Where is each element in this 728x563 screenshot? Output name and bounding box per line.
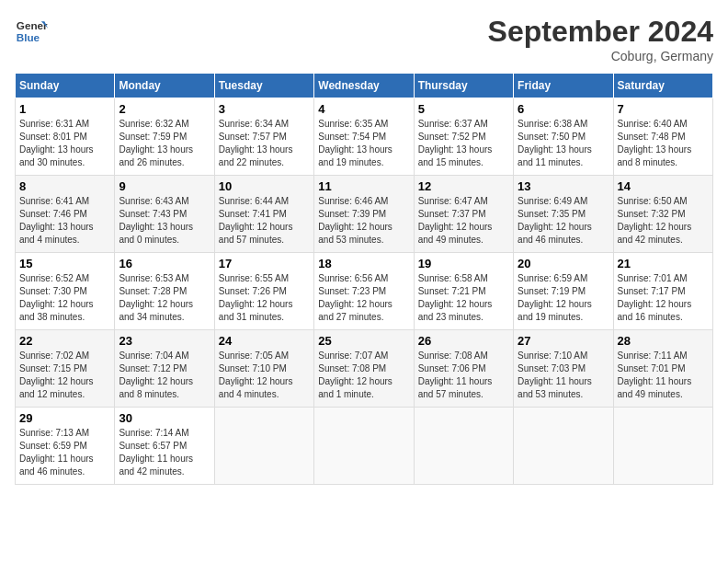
day-number: 8	[19, 179, 110, 193]
header-row: Sunday Monday Tuesday Wednesday Thursday…	[16, 74, 713, 98]
table-row: 11Sunrise: 6:46 AM Sunset: 7:39 PM Dayli…	[314, 176, 414, 253]
table-row: 10Sunrise: 6:44 AM Sunset: 7:41 PM Dayli…	[214, 176, 313, 253]
location-subtitle: Coburg, Germany	[488, 49, 713, 63]
day-number: 15	[19, 257, 110, 270]
day-number: 16	[119, 257, 210, 270]
table-row: 23Sunrise: 7:04 AM Sunset: 7:12 PM Dayli…	[115, 330, 214, 408]
day-info: Sunrise: 7:14 AM Sunset: 6:57 PM Dayligh…	[119, 427, 210, 478]
day-number: 5	[418, 102, 509, 116]
table-row: 30Sunrise: 7:14 AM Sunset: 6:57 PM Dayli…	[115, 408, 214, 485]
day-info: Sunrise: 6:47 AM Sunset: 7:37 PM Dayligh…	[418, 195, 509, 247]
table-row: 20Sunrise: 6:59 AM Sunset: 7:19 PM Dayli…	[514, 253, 613, 330]
day-number: 20	[518, 257, 609, 270]
table-row: 1Sunrise: 6:31 AM Sunset: 8:01 PM Daylig…	[16, 98, 115, 176]
day-info: Sunrise: 6:44 AM Sunset: 7:41 PM Dayligh…	[219, 195, 310, 247]
table-row: 25Sunrise: 7:07 AM Sunset: 7:08 PM Dayli…	[314, 330, 414, 408]
week-row-5: 29Sunrise: 7:13 AM Sunset: 6:59 PM Dayli…	[16, 408, 713, 485]
day-number: 2	[119, 102, 210, 116]
svg-text:Blue: Blue	[17, 31, 40, 43]
day-number: 25	[318, 334, 409, 348]
svg-text:General: General	[17, 19, 48, 31]
day-number: 21	[618, 257, 709, 270]
table-row: 26Sunrise: 7:08 AM Sunset: 7:06 PM Dayli…	[414, 330, 513, 408]
day-number: 6	[518, 102, 609, 116]
table-row	[414, 408, 513, 485]
week-row-4: 22Sunrise: 7:02 AM Sunset: 7:15 PM Dayli…	[16, 330, 713, 408]
day-info: Sunrise: 6:49 AM Sunset: 7:35 PM Dayligh…	[518, 195, 609, 247]
day-info: Sunrise: 6:56 AM Sunset: 7:23 PM Dayligh…	[318, 272, 409, 324]
table-row: 5Sunrise: 6:37 AM Sunset: 7:52 PM Daylig…	[414, 98, 513, 176]
logo-icon: General Blue	[15, 15, 48, 48]
day-info: Sunrise: 7:08 AM Sunset: 7:06 PM Dayligh…	[418, 350, 509, 401]
logo: General Blue	[15, 15, 48, 48]
day-info: Sunrise: 6:43 AM Sunset: 7:43 PM Dayligh…	[119, 195, 210, 247]
week-row-3: 15Sunrise: 6:52 AM Sunset: 7:30 PM Dayli…	[16, 253, 713, 330]
day-number: 11	[318, 179, 409, 193]
table-row: 24Sunrise: 7:05 AM Sunset: 7:10 PM Dayli…	[214, 330, 313, 408]
table-row: 16Sunrise: 6:53 AM Sunset: 7:28 PM Dayli…	[115, 253, 214, 330]
day-info: Sunrise: 6:59 AM Sunset: 7:19 PM Dayligh…	[518, 272, 609, 324]
table-row: 15Sunrise: 6:52 AM Sunset: 7:30 PM Dayli…	[16, 253, 115, 330]
day-info: Sunrise: 6:37 AM Sunset: 7:52 PM Dayligh…	[418, 118, 509, 169]
day-number: 23	[119, 334, 210, 348]
table-row: 19Sunrise: 6:58 AM Sunset: 7:21 PM Dayli…	[414, 253, 513, 330]
table-row: 21Sunrise: 7:01 AM Sunset: 7:17 PM Dayli…	[613, 253, 712, 330]
day-info: Sunrise: 6:58 AM Sunset: 7:21 PM Dayligh…	[418, 272, 509, 324]
week-row-1: 1Sunrise: 6:31 AM Sunset: 8:01 PM Daylig…	[16, 98, 713, 176]
day-number: 19	[418, 257, 509, 270]
day-number: 7	[618, 102, 709, 116]
day-info: Sunrise: 6:46 AM Sunset: 7:39 PM Dayligh…	[318, 195, 409, 247]
table-row: 28Sunrise: 7:11 AM Sunset: 7:01 PM Dayli…	[613, 330, 712, 408]
day-info: Sunrise: 7:05 AM Sunset: 7:10 PM Dayligh…	[219, 350, 310, 401]
table-row: 22Sunrise: 7:02 AM Sunset: 7:15 PM Dayli…	[16, 330, 115, 408]
day-number: 18	[318, 257, 409, 270]
day-info: Sunrise: 6:55 AM Sunset: 7:26 PM Dayligh…	[219, 272, 310, 324]
day-info: Sunrise: 7:07 AM Sunset: 7:08 PM Dayligh…	[318, 350, 409, 401]
day-number: 24	[219, 334, 310, 348]
col-saturday: Saturday	[613, 74, 712, 98]
col-friday: Friday	[514, 74, 613, 98]
table-row: 14Sunrise: 6:50 AM Sunset: 7:32 PM Dayli…	[613, 176, 712, 253]
table-row: 3Sunrise: 6:34 AM Sunset: 7:57 PM Daylig…	[214, 98, 313, 176]
month-year-title: September 2024	[488, 15, 713, 49]
title-block: September 2024 Coburg, Germany	[488, 15, 713, 63]
day-number: 30	[119, 411, 210, 425]
day-info: Sunrise: 6:35 AM Sunset: 7:54 PM Dayligh…	[318, 118, 409, 169]
day-info: Sunrise: 6:32 AM Sunset: 7:59 PM Dayligh…	[119, 118, 210, 169]
table-row: 12Sunrise: 6:47 AM Sunset: 7:37 PM Dayli…	[414, 176, 513, 253]
col-wednesday: Wednesday	[314, 74, 414, 98]
day-number: 28	[618, 334, 709, 348]
week-row-2: 8Sunrise: 6:41 AM Sunset: 7:46 PM Daylig…	[16, 176, 713, 253]
day-number: 22	[19, 334, 110, 348]
day-info: Sunrise: 6:50 AM Sunset: 7:32 PM Dayligh…	[618, 195, 709, 247]
table-row: 2Sunrise: 6:32 AM Sunset: 7:59 PM Daylig…	[115, 98, 214, 176]
table-row	[514, 408, 613, 485]
day-number: 17	[219, 257, 310, 270]
table-row: 29Sunrise: 7:13 AM Sunset: 6:59 PM Dayli…	[16, 408, 115, 485]
day-number: 14	[618, 179, 709, 193]
day-number: 9	[119, 179, 210, 193]
day-info: Sunrise: 7:11 AM Sunset: 7:01 PM Dayligh…	[618, 350, 709, 401]
day-info: Sunrise: 6:52 AM Sunset: 7:30 PM Dayligh…	[19, 272, 110, 324]
table-row: 17Sunrise: 6:55 AM Sunset: 7:26 PM Dayli…	[214, 253, 313, 330]
day-number: 1	[19, 102, 110, 116]
day-number: 12	[418, 179, 509, 193]
day-number: 13	[518, 179, 609, 193]
page-header: General Blue September 2024 Coburg, Germ…	[15, 15, 713, 63]
day-info: Sunrise: 7:10 AM Sunset: 7:03 PM Dayligh…	[518, 350, 609, 401]
col-monday: Monday	[115, 74, 214, 98]
day-info: Sunrise: 6:31 AM Sunset: 8:01 PM Dayligh…	[19, 118, 110, 169]
table-row: 8Sunrise: 6:41 AM Sunset: 7:46 PM Daylig…	[16, 176, 115, 253]
calendar-table: Sunday Monday Tuesday Wednesday Thursday…	[15, 73, 713, 485]
table-row: 27Sunrise: 7:10 AM Sunset: 7:03 PM Dayli…	[514, 330, 613, 408]
day-info: Sunrise: 6:34 AM Sunset: 7:57 PM Dayligh…	[219, 118, 310, 169]
col-sunday: Sunday	[16, 74, 115, 98]
day-info: Sunrise: 7:01 AM Sunset: 7:17 PM Dayligh…	[618, 272, 709, 324]
day-number: 10	[219, 179, 310, 193]
day-number: 26	[418, 334, 509, 348]
day-number: 29	[19, 411, 110, 425]
day-number: 4	[318, 102, 409, 116]
day-info: Sunrise: 7:13 AM Sunset: 6:59 PM Dayligh…	[19, 427, 110, 478]
table-row: 7Sunrise: 6:40 AM Sunset: 7:48 PM Daylig…	[613, 98, 712, 176]
table-row: 4Sunrise: 6:35 AM Sunset: 7:54 PM Daylig…	[314, 98, 414, 176]
